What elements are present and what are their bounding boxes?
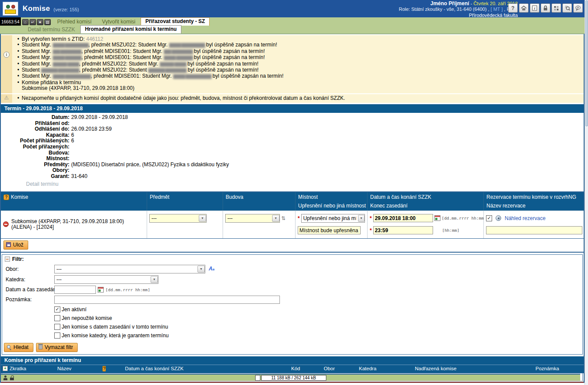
komise-table: ?Komise Předmět Budova MístnostUpřesnění… — [1, 191, 584, 239]
cell-predmet: ---▼ — [147, 211, 223, 238]
field-value: (MDISE001) Disertační práce, (MSZU022) F… — [71, 162, 229, 168]
home-icon[interactable] — [519, 3, 529, 13]
feedback-bubble-icon[interactable] — [573, 3, 583, 13]
help-icon[interactable]: ? — [3, 194, 9, 200]
predmet-select[interactable]: ---▼ — [149, 214, 207, 223]
datum-zasedani-input[interactable] — [54, 286, 96, 294]
info-document-icon[interactable]: i — [530, 3, 539, 13]
katedra-select[interactable]: ---▼ — [54, 275, 158, 284]
main-tab[interactable]: Vytvořit komisi — [97, 18, 141, 26]
redacted-name: ██████ █████ — [160, 62, 186, 66]
obor-select[interactable]: ---▼ — [54, 265, 205, 273]
filter-checkbox-row[interactable]: Jen aktivní — [54, 306, 582, 313]
content-area: i Byl vytvořen termín s ZTID: 446112 Stu… — [0, 33, 585, 383]
home-shortcut-icon[interactable]: ⌂ — [22, 19, 29, 25]
termin-field: Předměty: (MDISE001) Disertační práce, (… — [1, 162, 584, 168]
main-tab[interactable]: Přiřazovat studenty - SZ — [141, 17, 210, 26]
dash: - — [470, 1, 472, 6]
poznamka-input[interactable] — [54, 296, 280, 304]
checkbox[interactable] — [54, 306, 60, 313]
vertical-scrollbar[interactable] — [585, 0, 588, 385]
required-asterisk: * — [370, 215, 372, 221]
print-icon[interactable]: ▤ — [44, 19, 51, 25]
mistnost-upresneni-input[interactable] — [298, 226, 361, 234]
memory-usage: 11 188 kB / 262 144 kB — [261, 375, 326, 381]
rezervace-checkbox[interactable] — [486, 215, 492, 221]
main-tab-bar: 16663:54 ⌂ ↵ ★ ▤ Přehled komisíVytvořit … — [0, 17, 588, 26]
col-kod[interactable]: Kód — [291, 366, 324, 371]
field-value: 31-640 — [71, 174, 87, 180]
chevron-down-icon: ▼ — [272, 215, 279, 222]
user-name: Jméno Příjmení — [430, 0, 469, 7]
search-document-icon[interactable] — [562, 3, 572, 13]
faculty-name: Přírodovědecká fakulta — [399, 13, 518, 18]
info-circle-icon: i — [3, 52, 10, 58]
konec-zasedani-input[interactable] — [373, 226, 433, 234]
collapse-icon[interactable]: − — [5, 257, 10, 262]
col-obor[interactable]: Obor — [324, 366, 359, 371]
help-icon[interactable]: ? — [508, 3, 518, 13]
checkbox[interactable] — [54, 315, 60, 321]
col-nadrazena[interactable]: Nadřazená komise — [415, 366, 535, 371]
refresh-rooms-icon[interactable]: ⇅ — [281, 215, 286, 221]
nahled-rezervace-link[interactable]: Náhled rezervace — [505, 215, 545, 221]
field-label: Datum: — [1, 115, 71, 121]
assign-column-headers: + Zkratka Název ? Datum a čas konání SZZ… — [1, 365, 584, 373]
role-mt-link[interactable]: [ MT ] — [491, 7, 503, 12]
chevron-down-icon: ▼ — [199, 215, 206, 222]
detail-terminu-link[interactable]: Detail termínu — [26, 181, 59, 187]
redacted-name: ███ █████████ — [164, 49, 193, 54]
scrollbar-thumb[interactable] — [585, 0, 588, 126]
message-komise-added: Komise přidána k termínu — [16, 80, 579, 86]
col-poznamka[interactable]: Poznámka — [535, 366, 582, 371]
search-button[interactable]: Hledat — [4, 343, 33, 352]
student-message: Student ███████ █████████, předmět MSZU0… — [16, 67, 579, 73]
col-nazev[interactable]: Název — [57, 366, 102, 371]
nazev-rezervace-input[interactable] — [486, 226, 582, 234]
konec-format-hint: [hh:mm] — [442, 228, 460, 233]
col-datum-konani[interactable]: Datum a čas konání SZZK — [125, 366, 291, 371]
katedra-label: Katedra: — [6, 276, 53, 283]
student-message: Student Mgr. █████ ███████, předmět MDIS… — [16, 55, 579, 61]
main-tabs: Přehled komisíVytvořit komisiPřiřazovat … — [52, 17, 210, 26]
filter-checkbox-row[interactable]: Jen komise katedry, která je garantem te… — [54, 332, 582, 339]
termin-field: Obory: — [1, 168, 584, 174]
sub-tab[interactable]: Detail termínu SZZK — [23, 26, 80, 33]
calendar-icon[interactable] — [434, 215, 440, 221]
sub-tab[interactable]: Hromadné přiřazení komisí k termínu — [80, 25, 181, 33]
col-katedra[interactable]: Katedra — [359, 366, 415, 371]
termin-field: Počet přiřazených: — [1, 144, 584, 150]
remove-komise-icon[interactable] — [3, 221, 9, 227]
termin-field: Odhlášení do: 26.09.2018 23:59 — [1, 126, 584, 132]
datum-konani-input[interactable] — [373, 214, 433, 222]
field-value: 6 — [71, 132, 74, 138]
success-message-box: i Byl vytvořen termín s ZTID: 446112 Stu… — [1, 35, 584, 93]
save-button[interactable]: Ulož — [3, 240, 28, 250]
checkbox[interactable] — [54, 324, 60, 330]
sub-tab-bar: Detail termínu SZZKHromadné přiřazení ko… — [0, 26, 588, 33]
help-icon[interactable]: ? — [102, 366, 106, 372]
filter-checkbox-row[interactable]: Jen komise s datem zasedání v tomto term… — [54, 324, 582, 330]
student-message: Student Mgr. █████ ██████████, předmět M… — [16, 42, 579, 48]
filter-checkbox-row[interactable]: Jen nepoužité komise — [54, 315, 582, 321]
modules-icon[interactable] — [552, 3, 561, 13]
sort-alpha-icon[interactable]: Aa — [209, 267, 214, 272]
checkbox[interactable] — [54, 332, 60, 339]
budova-select[interactable]: ---▼ — [225, 214, 280, 223]
col-zkratka[interactable]: Zkratka — [10, 366, 57, 371]
col-header-mistnost: MístnostUpřesnění nebo jiná místnost — [296, 192, 368, 211]
notice-text: Nezapomeňte u přidaných komisí doplnit d… — [16, 95, 579, 101]
favorite-star-icon[interactable]: ★ — [37, 19, 43, 25]
calendar-icon[interactable] — [98, 287, 104, 293]
lock-icon[interactable] — [541, 3, 550, 13]
mistnost-select[interactable]: Upřesnění nebo jiná místno▼ — [301, 214, 365, 223]
field-label: Místnost: — [1, 156, 71, 162]
main-tab[interactable]: Přehled komisí — [52, 18, 97, 26]
chevron-down-icon: ▼ — [151, 276, 158, 283]
clear-filter-button[interactable]: Vymazat filtr — [36, 343, 78, 352]
field-label: Počet přiřazených: — [1, 144, 71, 150]
field-label: Budova: — [1, 150, 71, 156]
role-separator: , — [504, 7, 506, 12]
back-icon[interactable]: ↵ — [30, 19, 36, 25]
section-divider — [1, 252, 584, 253]
